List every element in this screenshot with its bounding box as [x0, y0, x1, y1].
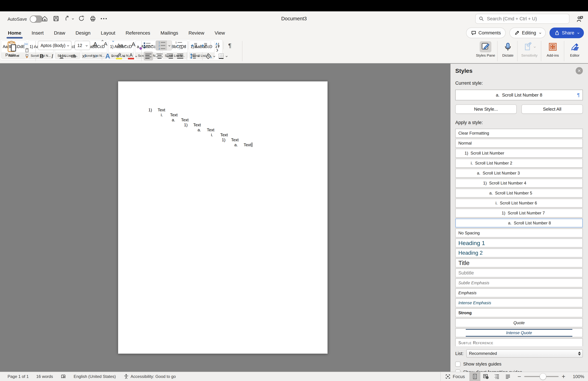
align-center-button[interactable]: [156, 52, 163, 61]
close-icon[interactable]: ✕: [576, 67, 583, 74]
list-filter-dropdown[interactable]: Recommended: [466, 349, 583, 358]
style-option-heading-2[interactable]: Heading 2: [455, 248, 583, 257]
checkbox-0[interactable]: [455, 361, 461, 367]
new-style-button[interactable]: New Style...: [455, 104, 517, 114]
spellcheck-icon[interactable]: [61, 374, 66, 379]
search-input[interactable]: [486, 16, 566, 22]
justify-button[interactable]: [176, 52, 184, 61]
zoom-out-button[interactable]: −: [518, 373, 521, 380]
bold-button[interactable]: B: [38, 52, 45, 61]
style-option-subtle-reference[interactable]: Subtle Reference: [455, 338, 583, 346]
style-option-quote[interactable]: Quote: [455, 318, 583, 327]
line-spacing-button[interactable]: [190, 52, 199, 61]
font-color-button[interactable]: A: [128, 52, 137, 61]
draft-view-button[interactable]: [502, 372, 513, 381]
style-option-emphasis[interactable]: Emphasis: [455, 289, 583, 297]
borders-button[interactable]: [218, 52, 227, 61]
style-option-no-spacing[interactable]: No Spacing: [455, 228, 583, 238]
select-all-button[interactable]: Select All: [522, 104, 583, 114]
style-option-scroll-list-number-2[interactable]: i. Scroll List Number 2: [455, 159, 583, 168]
shrink-font-button[interactable]: A: [104, 41, 111, 50]
dictate-button[interactable]: Dictate: [499, 41, 517, 57]
multilevel-list-button[interactable]: 1 a i: [174, 41, 186, 50]
sort-button[interactable]: AZ: [213, 41, 221, 50]
tab-design[interactable]: Design: [75, 30, 91, 37]
zoom-in-button[interactable]: +: [562, 373, 565, 380]
outline-view-button[interactable]: [491, 372, 502, 381]
feedback-person-icon[interactable]: [576, 15, 584, 24]
style-option-subtitle[interactable]: Subtitle: [455, 269, 583, 277]
add-ins-button[interactable]: Add-ins: [542, 41, 563, 57]
page-count[interactable]: Page 1 of 1: [8, 374, 29, 379]
style-option-subtle-emphasis[interactable]: Subtle Emphasis: [455, 278, 583, 287]
tab-mailings[interactable]: Mailings: [160, 30, 179, 37]
style-option-heading-1[interactable]: Heading 1: [455, 239, 583, 247]
show-paragraph-marks-button[interactable]: ¶: [226, 41, 234, 50]
font-size-dropdown[interactable]: 12: [75, 41, 90, 50]
share-button[interactable]: Share: [549, 27, 584, 38]
increase-indent-button[interactable]: [201, 41, 208, 50]
list-line-4[interactable]: a.Text: [118, 128, 328, 133]
list-line-2[interactable]: a.Text: [118, 117, 328, 123]
language-selector[interactable]: English (United States): [74, 374, 116, 379]
style-option-intense-quote[interactable]: Intense Quote: [455, 328, 583, 337]
grow-font-button[interactable]: A: [93, 41, 101, 50]
style-option-intense-emphasis[interactable]: Intense Emphasis: [455, 298, 583, 307]
document-page[interactable]: 1)Texti.Texta.Text1)Texta.Texti.Text1)Te…: [118, 81, 328, 354]
bullet-list-button[interactable]: [144, 41, 153, 50]
list-line-5[interactable]: i.Text: [118, 133, 328, 137]
text-effects-button[interactable]: A: [105, 52, 113, 61]
style-option-scroll-list-number-4[interactable]: 1) Scroll List Number 4: [455, 179, 583, 188]
editor-button[interactable]: Editor: [565, 41, 584, 57]
style-option-title[interactable]: Title: [455, 258, 583, 268]
highlight-color-button[interactable]: [116, 52, 125, 61]
copy-button[interactable]: [24, 47, 30, 53]
zoom-slider[interactable]: [524, 376, 559, 377]
shading-button[interactable]: [205, 52, 215, 61]
superscript-button[interactable]: x2: [91, 52, 99, 61]
editing-mode-dropdown[interactable]: Editing: [509, 27, 546, 38]
decrease-indent-button[interactable]: [191, 41, 198, 50]
subscript-button[interactable]: x2: [81, 52, 88, 61]
list-line-3[interactable]: 1)Text: [118, 123, 328, 128]
align-left-button[interactable]: [144, 52, 153, 61]
clear-formatting-button[interactable]: A: [131, 41, 139, 50]
style-option-scroll-list-number-6[interactable]: i. Scroll List Number 6: [455, 199, 583, 207]
list-line-1[interactable]: i.Text: [118, 112, 328, 117]
paste-button[interactable]: Paste: [3, 40, 21, 60]
style-option-scroll-list-number-8[interactable]: a. Scroll List Number 8: [455, 219, 583, 227]
style-option-scroll-list-number-7[interactable]: 1) Scroll List Number 7: [455, 209, 583, 218]
list-line-7[interactable]: a.Text: [118, 142, 328, 147]
style-option-scroll-list-number-3[interactable]: a. Scroll List Number 3: [455, 169, 583, 178]
word-count[interactable]: 16 words: [36, 374, 53, 379]
tab-view[interactable]: View: [214, 30, 225, 37]
style-option-normal[interactable]: Normal: [455, 139, 583, 148]
font-name-dropdown[interactable]: Aptos (Body): [38, 41, 71, 50]
style-option-strong[interactable]: Strong: [455, 308, 583, 317]
style-option-scroll-list-number[interactable]: 1) Scroll List Number: [455, 149, 583, 158]
accessibility-status[interactable]: Accessibility: Good to go: [124, 374, 176, 379]
numbered-list-menu[interactable]: [167, 41, 172, 50]
list-line-6[interactable]: 1)Text: [118, 137, 328, 142]
format-painter-button[interactable]: [24, 53, 30, 60]
list-line-0[interactable]: 1)Text: [118, 108, 328, 112]
zoom-slider-thumb[interactable]: [540, 373, 546, 380]
style-option-scroll-list-number-5[interactable]: a. Scroll List Number 5: [455, 189, 583, 198]
style-option-clear-formatting[interactable]: Clear Formatting: [455, 129, 583, 138]
numbered-list-button[interactable]: 1 2 3: [156, 41, 172, 50]
search-box[interactable]: [475, 14, 569, 24]
tab-references[interactable]: References: [125, 30, 150, 37]
tab-home[interactable]: Home: [8, 30, 22, 37]
tab-insert[interactable]: Insert: [31, 30, 44, 37]
zoom-level[interactable]: 100%: [569, 374, 584, 379]
tab-review[interactable]: Review: [188, 30, 205, 37]
tab-draw[interactable]: Draw: [54, 30, 65, 37]
underline-button[interactable]: U: [59, 52, 67, 61]
print-layout-view-button[interactable]: [469, 372, 480, 381]
comments-button[interactable]: Comments: [466, 27, 506, 38]
current-style-box[interactable]: a. Scroll List Number 8 ¶: [455, 90, 583, 100]
strikethrough-button[interactable]: ab: [70, 52, 77, 61]
align-right-button[interactable]: [166, 52, 174, 61]
styles-pane-button[interactable]: Styles Pane: [476, 41, 496, 57]
italic-button[interactable]: I: [48, 52, 56, 61]
